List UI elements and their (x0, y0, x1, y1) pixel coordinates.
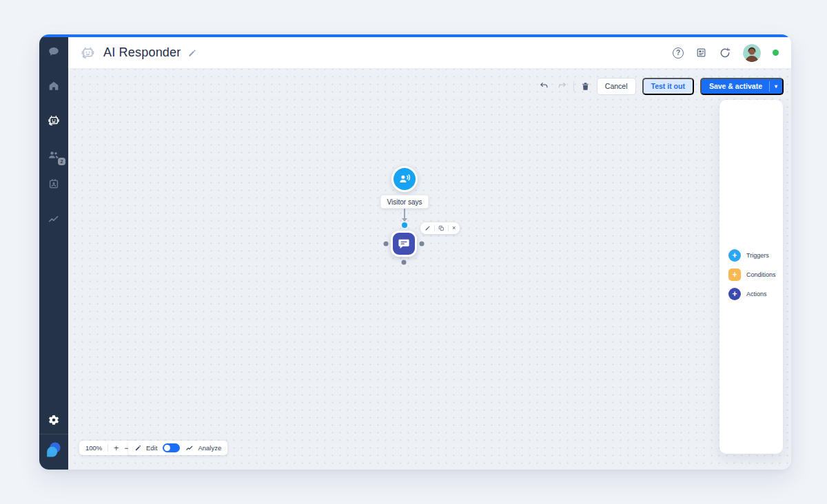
top-accent-line (39, 34, 791, 37)
node-toolbar-divider (434, 225, 435, 231)
sidebar-divider (39, 434, 68, 434)
duplicate-node-icon[interactable] (438, 225, 445, 231)
connector-line (404, 209, 405, 219)
save-dropdown-caret-icon[interactable]: ▾ (770, 83, 782, 90)
test-it-out-button[interactable]: Test it out (642, 78, 694, 95)
trigger-node-label[interactable]: Visitor says (381, 196, 429, 209)
connection-point-bottom[interactable] (402, 260, 407, 265)
palette-item-actions[interactable]: + Actions (728, 288, 776, 300)
action-bar-divider (573, 81, 574, 91)
header-actions: ? (673, 44, 779, 62)
palette-list: + Triggers + Conditions + Actions (728, 249, 776, 300)
actions-plus-icon[interactable]: + (728, 288, 741, 300)
refresh-icon[interactable] (719, 47, 731, 59)
connection-point-right[interactable] (420, 242, 425, 246)
page-title: AI Responder (103, 45, 181, 60)
settings-gear-icon[interactable] (48, 414, 60, 426)
app-window: 2 (39, 34, 791, 470)
zoom-level: 100% (85, 444, 102, 452)
flow-canvas[interactable]: Cancel Test it out Save & activate ▾ + T… (68, 69, 791, 470)
triggers-plus-icon[interactable]: + (728, 249, 741, 262)
visitors-icon[interactable]: 2 (47, 148, 61, 162)
edit-pencil-icon (134, 444, 142, 452)
palette-item-conditions[interactable]: + Conditions (728, 269, 776, 281)
delete-trash-icon[interactable] (580, 81, 591, 92)
zoom-controls: 100% + − (79, 441, 135, 455)
rename-pencil-icon[interactable] (187, 48, 197, 58)
zoom-in-button[interactable]: + (114, 444, 119, 452)
action-node-message[interactable] (391, 231, 417, 257)
chatbots-icon[interactable] (46, 113, 61, 128)
canvas-action-bar: Cancel Test it out Save & activate ▾ (539, 77, 784, 95)
tidio-logo[interactable] (45, 441, 63, 459)
help-icon[interactable]: ? (673, 48, 684, 59)
delete-node-icon[interactable]: × (452, 225, 456, 231)
cancel-button[interactable]: Cancel (597, 78, 636, 95)
message-bubble-icon (397, 237, 411, 251)
node-palette-panel: + Triggers + Conditions + Actions (719, 100, 783, 454)
zoom-divider (108, 444, 108, 452)
palette-item-label: Actions (746, 291, 767, 297)
save-activate-button[interactable]: Save & activate ▾ (700, 78, 784, 95)
palette-item-triggers[interactable]: + Triggers (728, 249, 776, 262)
save-activate-label: Save & activate (709, 82, 762, 90)
connection-point-top[interactable] (402, 222, 407, 228)
online-status-dot[interactable] (773, 50, 779, 56)
mode-switch: Edit Analyze (128, 441, 227, 455)
toggle-knob (164, 445, 170, 451)
node-toolbar-divider (448, 225, 449, 231)
bot-header-icon (79, 44, 96, 61)
redo-icon[interactable] (556, 81, 567, 92)
visitors-count-badge: 2 (58, 158, 65, 165)
edit-analyze-toggle[interactable] (163, 443, 180, 452)
avatar[interactable] (743, 44, 761, 62)
edit-mode-label[interactable]: Edit (146, 444, 157, 452)
contacts-icon[interactable] (48, 178, 60, 190)
home-icon[interactable] (48, 80, 61, 93)
trigger-node-visitor-says[interactable] (391, 166, 418, 192)
analyze-chart-icon (185, 444, 194, 452)
conversations-icon[interactable] (48, 45, 61, 59)
analytics-icon[interactable] (48, 213, 61, 226)
palette-item-label: Conditions (746, 271, 776, 278)
news-icon[interactable] (695, 47, 707, 59)
connection-point-left[interactable] (384, 242, 389, 246)
header: AI Responder ? (68, 37, 791, 69)
sidebar: 2 (39, 37, 68, 470)
person-speaking-icon (398, 172, 411, 186)
analyze-mode-label[interactable]: Analyze (198, 444, 221, 452)
conditions-plus-icon[interactable]: + (728, 269, 741, 281)
palette-item-label: Triggers (746, 252, 769, 259)
undo-icon[interactable] (539, 81, 550, 92)
node-toolbar: × (420, 222, 460, 234)
edit-node-pencil-icon[interactable] (425, 225, 431, 231)
